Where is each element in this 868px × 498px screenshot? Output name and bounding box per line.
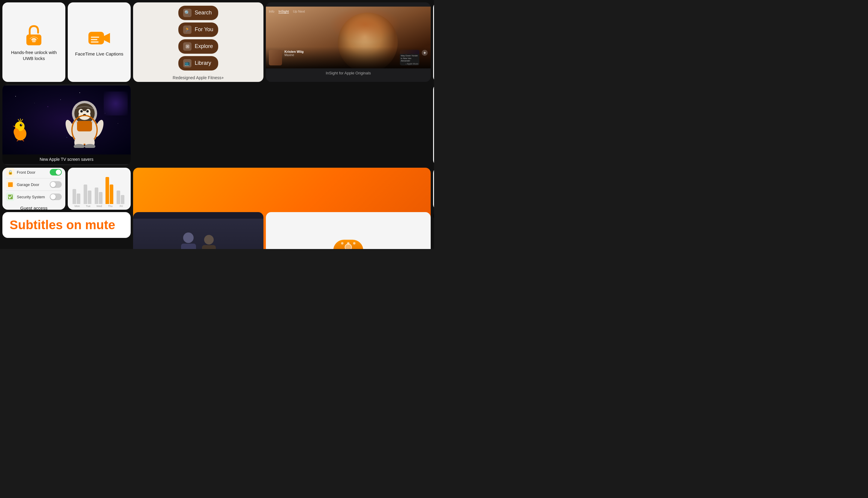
svg-point-34 — [86, 110, 89, 113]
screensaver-bg — [2, 86, 131, 155]
col56-row3: Siri interactions on AirPods Pro — [433, 168, 434, 210]
card-unlock: Hands-free unlock with UWB locks — [2, 2, 65, 82]
bar-mon — [72, 189, 82, 204]
explore-icon: ⊞ — [183, 42, 191, 51]
garage-door-label: Garage Door — [17, 182, 48, 187]
woodstock-figure — [11, 117, 29, 143]
electricity-title: Home electricity — [83, 209, 116, 210]
card-facetime: FaceTime Live Captions — [68, 2, 131, 82]
guest-items: 🔒 Front Door 🟧 Garage Door ✅ Security Sy… — [6, 168, 62, 203]
fitness-menu-foryou[interactable]: 🏃 For You — [178, 23, 218, 37]
card-screensaver: New Apple TV screen savers — [2, 84, 131, 165]
snoopy-figure — [60, 91, 109, 149]
card-voice-isolation: Voice Isolation on AirPods Pro — [433, 84, 434, 165]
garage-door-row: 🟧 Garage Door — [6, 179, 62, 191]
card-robot: Robot vacuums in Home app — [266, 212, 431, 249]
search-icon: 🔍 — [183, 9, 191, 17]
col56-row4: FURNITURE — [433, 212, 434, 249]
fitness-library-label: Library — [194, 60, 211, 66]
svg-line-25 — [17, 140, 18, 141]
lock-icon: 🔒 — [6, 168, 14, 176]
fitness-search-label: Search — [194, 10, 212, 16]
security-toggle[interactable] — [50, 194, 62, 200]
card-fitness: 🔍 Search 🏃 For You ⊞ Explore 📺 Library R… — [133, 2, 263, 82]
people-figures — [181, 233, 216, 249]
svg-rect-38 — [77, 121, 92, 131]
fitness-explore-label: Explore — [194, 43, 213, 50]
insight-image: Info InSight Up Next Kristen Wiig Maxine… — [266, 6, 431, 69]
card-guest: 🔒 Front Door 🟧 Garage Door ✅ Security Sy… — [2, 168, 65, 210]
fitness-menu-library[interactable]: 📺 Library — [178, 56, 218, 70]
svg-rect-6 — [91, 41, 99, 43]
security-label: Security System — [17, 195, 48, 199]
garage-icon: 🟧 — [6, 180, 14, 189]
row2-left-container: New Apple TV screen savers — [2, 84, 131, 165]
card-siri-tv: On-device Siri on Apple TV — [433, 2, 434, 82]
chart-labels: Mon Tue Wed Thu Fri — [71, 204, 127, 208]
security-row: ✅ Security System — [6, 191, 62, 203]
library-icon: 📺 — [183, 59, 191, 67]
svg-rect-5 — [91, 39, 97, 40]
label-thu: Thu — [106, 205, 115, 208]
robot-body — [333, 240, 363, 249]
screensaver-title: New Apple TV screen savers — [2, 155, 131, 164]
bar-tue — [84, 184, 93, 204]
label-mon: Mon — [72, 205, 82, 208]
guest-title: Guest access — [21, 205, 48, 210]
unlock-title: Hands-free unlock with UWB locks — [7, 50, 60, 61]
label-tue: Tue — [84, 205, 93, 208]
electricity-content: D W M 6M Y — [71, 168, 127, 208]
fitness-menu: 🔍 Search 🏃 For You ⊞ Explore 📺 Library — [172, 2, 224, 73]
chart-area — [71, 168, 127, 204]
svg-rect-4 — [91, 37, 99, 38]
person-1 — [181, 233, 196, 249]
card-siri-air: Siri interactions on AirPods Pro — [433, 168, 434, 210]
person-2 — [202, 235, 216, 249]
facetime-title: FaceTime Live Captions — [75, 51, 123, 57]
add-button[interactable]: + — [422, 50, 428, 56]
row3-left-container: 🔒 Front Door 🟧 Garage Door ✅ Security Sy… — [2, 168, 131, 210]
front-door-toggle[interactable] — [50, 169, 62, 175]
col56-row2: Voice Isolation on AirPods Pro — [433, 84, 434, 165]
bar-fri — [117, 191, 126, 204]
svg-marker-3 — [104, 33, 110, 43]
insight-tab-insight: InSight — [279, 10, 289, 13]
svg-line-26 — [22, 140, 24, 141]
facetime-icon — [87, 28, 111, 49]
next-card: Way Down Yonder in New Van Alexander ♪ A… — [400, 50, 419, 65]
card-format: FURNITURE — [433, 212, 434, 220]
front-door-label: Front Door — [17, 170, 48, 174]
front-door-row: 🔒 Front Door — [6, 168, 62, 179]
card-subtitles: Subtitles on mute — [2, 212, 131, 238]
fitness-title: Redesigned Apple Fitness+ — [169, 73, 228, 82]
insight-title: InSight for Apple Originals — [266, 68, 431, 78]
svg-line-23 — [21, 119, 23, 121]
dialogue-scene: 🎧 🎵 — [133, 219, 263, 249]
insight-tab-info: Info — [269, 10, 274, 13]
row4-left: Subtitles on mute — [2, 212, 131, 249]
format-title: 21:9 format for projectors — [433, 212, 434, 220]
bar-wed — [95, 187, 104, 204]
label-wed: Wed — [95, 205, 104, 208]
card-dialogue: 🎧 🎵 Enhance Dialogue on TVs, receivers, … — [133, 212, 263, 249]
fitness-menu-search[interactable]: 🔍 Search — [178, 6, 218, 20]
foryou-icon: 🏃 — [183, 26, 191, 34]
svg-point-20 — [21, 124, 22, 125]
card-electricity: D W M 6M Y — [68, 168, 131, 210]
security-icon: ✅ — [6, 193, 14, 201]
robot-vacuum-icon — [332, 240, 365, 249]
actor-info: Kristen Wiig Maxine — [284, 50, 397, 57]
unlock-icon — [22, 23, 46, 47]
bar-thu — [106, 177, 115, 204]
fitness-foryou-label: For You — [194, 26, 213, 33]
robot-button — [345, 244, 352, 249]
actor-photo — [269, 50, 282, 65]
voice-isolation-title: Voice Isolation on AirPods Pro — [433, 157, 434, 161]
character-name: Maxine — [284, 53, 397, 57]
insight-tabs: Info InSight Up Next — [269, 10, 305, 13]
garage-door-toggle[interactable] — [50, 181, 62, 188]
insight-tab-upnext: Up Next — [293, 10, 305, 13]
svg-point-33 — [80, 110, 83, 113]
label-fri: Fri — [117, 205, 126, 208]
fitness-menu-explore[interactable]: ⊞ Explore — [178, 39, 218, 54]
